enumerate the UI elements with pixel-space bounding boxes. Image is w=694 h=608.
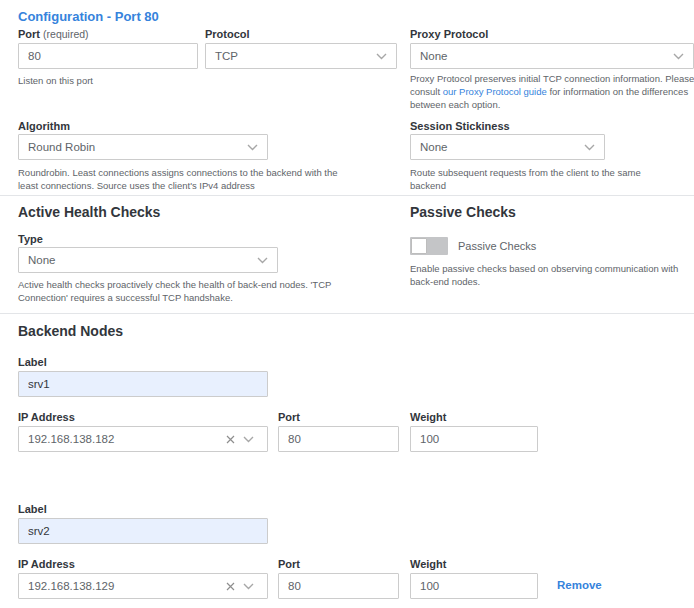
node-ip-label: IP Address (18, 558, 75, 570)
chevron-down-icon[interactable] (239, 583, 258, 590)
clear-x-icon[interactable] (222, 435, 239, 444)
passive-checks-toggle[interactable] (410, 237, 448, 255)
chevron-down-icon (247, 144, 258, 151)
node-weight-label: Weight (410, 411, 446, 423)
algorithm-helper-text: Roundrobin. Least connections assigns co… (18, 166, 356, 192)
node-port-input[interactable] (278, 573, 399, 599)
algorithm-select-value: Round Robin (28, 141, 95, 153)
toggle-knob (411, 238, 427, 254)
chevron-down-icon (376, 53, 387, 60)
port-input[interactable] (18, 43, 198, 69)
chevron-down-icon (584, 144, 595, 151)
session-stickiness-label: Session Stickiness (410, 120, 510, 132)
algorithm-select[interactable]: Round Robin (18, 134, 268, 160)
protocol-select[interactable]: TCP (205, 43, 397, 69)
node-ip-combobox[interactable]: 192.168.138.182 (18, 426, 268, 452)
proxy-protocol-label: Proxy Protocol (410, 28, 488, 40)
node-row (18, 371, 268, 397)
section-divider (0, 195, 694, 196)
node-weight-input[interactable] (410, 426, 538, 452)
chevron-down-icon[interactable] (239, 436, 258, 443)
node-weight-input[interactable] (410, 573, 538, 599)
active-health-checks-heading: Active Health Checks (18, 204, 160, 220)
port-required-note: (required) (43, 28, 89, 40)
protocol-select-value: TCP (215, 50, 238, 62)
passive-checks-heading: Passive Checks (410, 204, 516, 220)
session-stickiness-helper-text: Route subsequent requests from the clien… (410, 166, 662, 192)
node-port-label: Port (278, 411, 300, 423)
node-ip-value: 192.168.138.182 (28, 433, 222, 445)
protocol-label: Protocol (205, 28, 250, 40)
session-stickiness-select[interactable]: None (410, 134, 605, 160)
node-label-label: Label (18, 356, 47, 368)
nodebalancer-config-panel: Configuration - Port 80 Port (required) … (0, 0, 694, 608)
active-health-checks-helper-text: Active health checks proactively check t… (18, 278, 340, 304)
node-label-label: Label (18, 503, 47, 515)
node-label-input[interactable] (18, 518, 268, 544)
proxy-protocol-helper-text: Proxy Protocol preserves initial TCP con… (410, 72, 694, 111)
node-ip-combobox[interactable]: 192.168.138.129 (18, 573, 268, 599)
health-check-type-label: Type (18, 233, 43, 245)
chevron-down-icon (673, 53, 684, 60)
proxy-protocol-select-value: None (420, 50, 448, 62)
port-helper-text: Listen on this port (18, 74, 93, 87)
node-port-label: Port (278, 558, 300, 570)
node-row (18, 518, 268, 544)
node-port-input[interactable] (278, 426, 399, 452)
passive-checks-toggle-label: Passive Checks (458, 240, 536, 252)
config-panel-title: Configuration - Port 80 (18, 9, 159, 24)
node-ip-value: 192.168.138.129 (28, 580, 222, 592)
chevron-down-icon (257, 257, 268, 264)
passive-checks-helper-text: Enable passive checks based on observing… (410, 262, 690, 288)
node-weight-label: Weight (410, 558, 446, 570)
proxy-protocol-select[interactable]: None (410, 43, 694, 69)
section-divider (0, 313, 694, 314)
session-stickiness-select-value: None (420, 141, 448, 153)
port-label: Port (required) (18, 28, 89, 40)
health-check-type-select-value: None (28, 254, 56, 266)
backend-nodes-heading: Backend Nodes (18, 323, 123, 339)
remove-node-button[interactable]: Remove (557, 579, 602, 591)
node-ip-label: IP Address (18, 411, 75, 423)
node-label-input[interactable] (18, 371, 268, 397)
health-check-type-select[interactable]: None (18, 247, 278, 273)
clear-x-icon[interactable] (222, 582, 239, 591)
proxy-protocol-guide-link[interactable]: our Proxy Protocol guide (443, 86, 547, 97)
algorithm-label: Algorithm (18, 120, 70, 132)
